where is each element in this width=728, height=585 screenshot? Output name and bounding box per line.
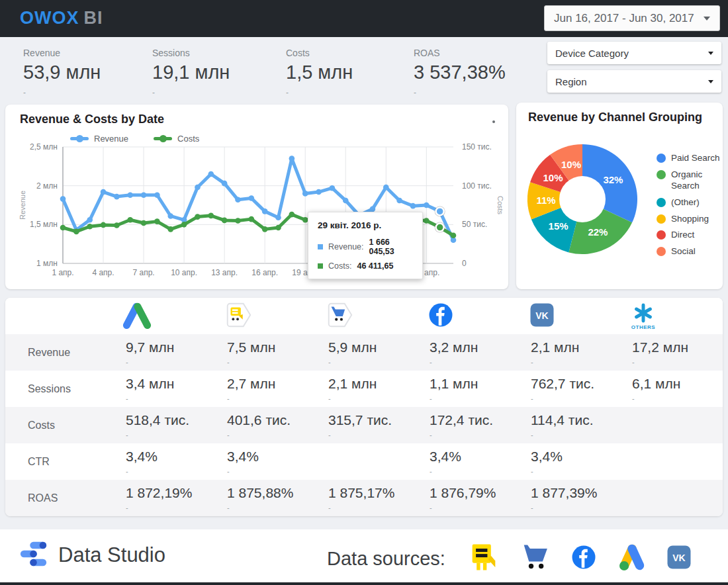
cell-value: 6,1 млн: [632, 376, 720, 392]
cell-value: 3,4%: [531, 449, 619, 465]
table-cell: 6,1 млн-: [619, 376, 720, 402]
bottom-edge-strip: [0, 582, 728, 585]
cell-value: 518,4 тис.: [126, 412, 214, 428]
chevron-down-icon: [708, 52, 713, 55]
logo-bi-text: BI: [84, 8, 103, 28]
cell-value: 1 875,17%: [328, 485, 416, 501]
kpi-value: 1,5 млн: [286, 62, 353, 83]
svg-text:10 апр.: 10 апр.: [171, 268, 197, 277]
legend-color-dot: [657, 247, 666, 256]
row-label: Revenue: [5, 347, 113, 359]
table-cell: 1 875,88%-: [214, 485, 315, 512]
kpi-label: ROAS: [414, 48, 506, 58]
svg-text:1 млн: 1 млн: [36, 259, 58, 268]
svg-text:Costs: Costs: [496, 196, 504, 215]
svg-text:50 тис.: 50 тис.: [462, 220, 487, 229]
vk-icon: VK: [665, 543, 693, 574]
table-cell: 3,4 млн-: [113, 376, 214, 402]
tooltip-series-value: 46 411,65: [357, 261, 393, 271]
more-options-icon[interactable]: [492, 120, 495, 123]
cell-delta: -: [126, 431, 214, 439]
table-cell: 1 876,79%-: [416, 485, 518, 512]
table-cell: 401,6 тис.-: [214, 412, 315, 439]
kpi-value: 53,9 млн: [23, 62, 101, 83]
tooltip-series-value: 1 666 045,53: [369, 238, 413, 256]
svg-text:2 млн: 2 млн: [36, 181, 58, 191]
table-cell: 1 872,19%-: [113, 485, 214, 512]
cell-value: 1,1 млн: [430, 376, 518, 392]
cell-delta: -: [430, 467, 518, 475]
cell-value: 5,9 млн: [328, 339, 416, 355]
row-label: Sessions: [5, 383, 113, 395]
cell-value: 401,6 тис.: [227, 412, 315, 428]
google-ads-icon: [122, 300, 152, 332]
cell-value: 114,4 тис.: [531, 412, 619, 428]
table-row-roas: ROAS1 872,19%-1 875,88%-1 875,17%-1 876,…: [5, 480, 723, 516]
cell-delta: -: [328, 431, 416, 439]
legend-label: Shopping: [671, 214, 709, 225]
svg-text:2,5 млн: 2,5 млн: [30, 142, 58, 152]
svg-text:0: 0: [462, 259, 467, 268]
cell-delta: [328, 459, 416, 467]
legend-line-marker: [154, 137, 172, 140]
table-row-costs: Costs518,4 тис.-401,6 тис.-315,7 тис.-17…: [5, 407, 723, 443]
cell-delta: -: [126, 467, 214, 475]
svg-text:10%: 10%: [543, 172, 563, 183]
cell-value: 315,7 тис.: [328, 412, 416, 428]
table-column-header: OTHERS: [619, 302, 720, 330]
legend-line-marker: [70, 137, 89, 140]
legend-color-dot: [657, 198, 666, 207]
cell-value: 3,4%: [430, 449, 518, 465]
cell-value: 9,7 млн: [126, 339, 214, 355]
cell-value: 1 877,39%: [531, 485, 619, 501]
legend-item-revenue: Revenue: [70, 134, 128, 144]
filter-label: Region: [555, 76, 708, 87]
svg-text:16 апр.: 16 апр.: [251, 268, 278, 277]
donut-legend-item: Direct: [657, 230, 720, 241]
data-studio-icon: [19, 539, 49, 572]
filter-region[interactable]: Region: [547, 70, 721, 93]
svg-text:7 апр.: 7 апр.: [132, 268, 154, 277]
table-row-ctr: CTR3,4%-3,4%-3,4%-3,4%-: [5, 443, 723, 480]
tooltip-date: 29 квіт. 2016 р.: [318, 220, 413, 230]
cell-delta: [632, 459, 720, 467]
date-range-picker[interactable]: Jun 16, 2017 - Jun 30, 2017: [544, 5, 720, 31]
table-row-sessions: Sessions3,4 млн-2,7 млн-2,1 млн-1,1 млн-…: [5, 371, 723, 407]
cell-delta: -: [430, 504, 518, 512]
legend-label: Costs: [177, 134, 199, 144]
legend-label: (Other): [671, 197, 700, 208]
line-chart[interactable]: 1 млн1,5 млн2 млн2,5 млн050 тис.100 тис.…: [5, 105, 508, 289]
row-label: Costs: [5, 420, 113, 431]
donut-legend-item: Social: [657, 246, 720, 257]
cell-delta: -: [227, 358, 315, 366]
table-cell: 5,9 млн-: [315, 339, 416, 366]
kpi-value: 3 537,38%: [414, 62, 506, 83]
cell-delta: -: [430, 431, 518, 439]
cell-delta: -: [430, 358, 518, 366]
cell-delta: -: [430, 394, 518, 402]
kpi-roas: ROAS 3 537,38% -: [414, 48, 506, 97]
table-column-header: [214, 300, 315, 333]
legend-label: Revenue: [94, 134, 128, 144]
table-cell: 1 875,17%-: [315, 485, 416, 512]
channel-grouping-card: Revenue by Channel Grouping 32%22%15%11%…: [516, 103, 723, 289]
cell-delta: -: [531, 431, 619, 439]
filter-device-category[interactable]: Device Category: [547, 42, 721, 64]
table-cell: 114,4 тис.-: [518, 412, 619, 439]
legend-color-dot: [657, 170, 666, 179]
chevron-down-icon: [708, 80, 713, 83]
table-cell: 1 877,39%-: [518, 485, 619, 512]
data-studio-label: Data Studio: [58, 543, 165, 567]
cell-delta: [632, 496, 720, 504]
cell-delta: -: [632, 394, 720, 402]
table-cell: 3,4%-: [113, 449, 214, 475]
cell-value: 7,5 млн: [227, 339, 315, 355]
legend-label: Paid Search: [671, 153, 720, 164]
cell-delta: -: [227, 394, 315, 402]
tooltip-series-name: Revenue:: [328, 242, 364, 251]
cell-delta: -: [632, 358, 720, 366]
legend-label: Organic Search: [671, 169, 720, 192]
others-icon: [632, 302, 655, 327]
table-cell: 1,1 млн-: [416, 376, 518, 402]
yandex-market-footer-icon: [467, 540, 501, 577]
